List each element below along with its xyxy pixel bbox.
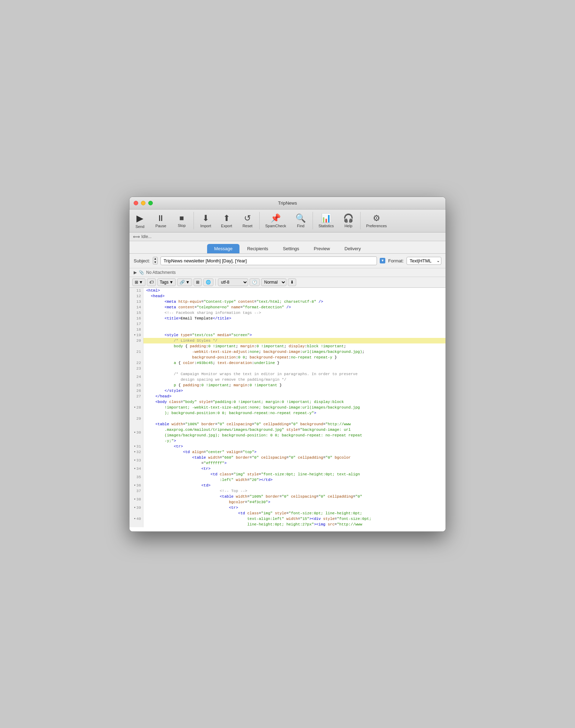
editor-sep-1 [215,279,216,286]
statusbar: ⟺ Idle... [129,232,446,241]
line-content-27: </head> [143,394,446,399]
statistics-button[interactable]: 📊 Statistics [314,212,338,229]
code-line-16: 16 <title>Email Template</title> [129,316,446,321]
code-line-14: 14 <meta content="telephone=no" name="fo… [129,304,446,310]
preferences-icon: ⚙ [373,213,380,223]
code-line-17: 17 [129,321,446,327]
line-content-35: <td class="img" style="font-size:0pt; li… [143,472,446,483]
line-content-11: <html> [143,288,446,293]
dropdown-icon-small: ▼ [139,280,143,285]
attachment-icon: 📎 [139,270,144,275]
subject-label: Subject: [134,258,150,263]
mode-select[interactable]: Normal Preview Source [261,278,286,286]
stepper-up[interactable]: ▲ [153,257,157,261]
find-button[interactable]: 🔍 Find [290,212,311,229]
reset-button[interactable]: ↺ Reset [237,212,258,229]
line-content-37: <!-- Top --> [143,488,446,494]
help-icon: 🎧 [343,213,354,223]
line-num-30: ▾30 [129,421,143,444]
stop-label: Stop [178,223,186,228]
editor-toolbar: ⊞ ▼ 🏷 Tags ▼ 🔗 ▼ ⊞ 🌐 utf-8 iso-8859-1 🕐 [129,277,446,288]
help-button[interactable]: 🎧 Help [338,212,359,229]
close-button[interactable] [134,201,138,205]
stepper-down[interactable]: ▼ [153,261,157,264]
code-line-32: ▾32 <td align="center" valign="top"> [129,449,446,455]
find-label: Find [297,224,304,228]
line-content-21: body { padding:0 !important; margin:0 !i… [143,343,446,360]
view-mode-button[interactable]: ⊞ ▼ [132,278,145,286]
subject-row: Subject: ▲ ▼ ▼ Format: Text|HTML Text On… [129,254,446,268]
import-icon: ⬇ [202,213,209,223]
globe-icon: 🌐 [206,280,211,285]
line-content-29 [143,416,446,421]
line-num-21: 21 [129,343,143,360]
code-line-11: 11 <html> [129,288,446,293]
code-line-18: 18 [129,327,446,332]
tags-arrow-icon: ▼ [169,280,173,285]
export-button[interactable]: ⬆ Export [216,212,237,229]
spamcheck-button[interactable]: 📌 SpamCheck [261,212,290,229]
code-line-12: 12 <head> [129,293,446,299]
code-line-19: ▾19 <style type="text/css" media="screen… [129,332,446,338]
line-num-12: 12 [129,293,143,299]
line-num-29: 29 [129,416,143,421]
code-line-30: ▾30 <table width="100%" border="0" cells… [129,421,446,444]
line-content-20: /* Linked Styles */ [143,338,446,343]
attachments-label: No Attachments [146,270,176,275]
code-editor[interactable]: 11 <html> 12 <head> 13 <meta http-equiv=… [129,288,446,531]
line-num-20: 20 [129,338,143,343]
send-button[interactable]: ▶ Send [129,212,150,230]
line-num-16: 16 [129,316,143,321]
pause-button[interactable]: ⏸ Pause [150,212,171,229]
tab-settings[interactable]: Settings [276,244,306,253]
stop-button[interactable]: ■ Stop [171,212,192,229]
code-line-21: 21 body { padding:0 !important; margin:0… [129,343,446,360]
line-content-15: <!-- Facebook sharing information tags -… [143,310,446,316]
tag-button[interactable]: 🏷 [147,278,156,286]
separator-2 [259,212,260,229]
minimize-button[interactable] [141,201,145,205]
format-select[interactable]: Text|HTML Text Only HTML Only [407,257,441,265]
subject-stepper[interactable]: ▲ ▼ [153,257,158,264]
history-button[interactable]: 🕐 [250,278,260,286]
tab-preview[interactable]: Preview [307,244,337,253]
separator-3 [313,212,313,229]
window-title: TripNews [278,200,297,206]
line-content-23 [143,366,446,371]
globe-button[interactable]: 🌐 [203,278,213,286]
line-num-31: ▾31 [129,444,143,449]
maximize-button[interactable] [148,201,153,205]
code-line-33: ▾33 <table width="660" border="0" cellsp… [129,455,446,466]
structure-button[interactable]: ⊞ [194,278,202,286]
subject-input[interactable] [160,256,377,265]
preferences-button[interactable]: ⚙ Preferences [362,212,391,229]
attachments-row: ▶ 📎 No Attachments [129,268,446,277]
line-num-27: 27 [129,394,143,399]
format-label: Format: [388,258,404,263]
link-button[interactable]: 🔗 ▼ [177,278,192,286]
line-content-14: <meta content="telephone=no" name="forma… [143,304,446,310]
encoding-select[interactable]: utf-8 iso-8859-1 [218,278,248,286]
separator-1 [194,212,194,229]
code-line-40: ▾40 <td class="img" style="font-size:0pt… [129,511,446,527]
import-button[interactable]: ⬇ Import [195,212,216,229]
tags-dropdown[interactable]: Tags ▼ [157,278,176,286]
tab-recipients[interactable]: Recipients [240,244,275,253]
line-num-14: 14 [129,304,143,310]
tabs-bar: Message Recipients Settings Preview Deli… [129,241,446,254]
tab-message[interactable]: Message [207,244,239,253]
reset-icon: ↺ [244,213,251,223]
download-button[interactable]: ⬇ [288,278,296,286]
send-label: Send [135,224,144,229]
link-arrow-icon: ▼ [186,280,190,285]
line-content-19: <style type="text/css" media="screen"> [143,332,446,338]
line-content-26: </style> [143,388,446,394]
line-num-25: 25 [129,382,143,388]
line-num-22: 22 [129,360,143,366]
tab-delivery[interactable]: Delivery [338,244,368,253]
code-line-25: 25 p { padding:0 !important; margin:0 !i… [129,382,446,388]
line-num-13: 13 [129,299,143,304]
line-content-28: <body class="body" style="padding:0 !imp… [143,399,446,416]
subject-dropdown-button[interactable]: ▼ [380,258,385,263]
code-line-28: ▾28 <body class="body" style="padding:0 … [129,399,446,416]
